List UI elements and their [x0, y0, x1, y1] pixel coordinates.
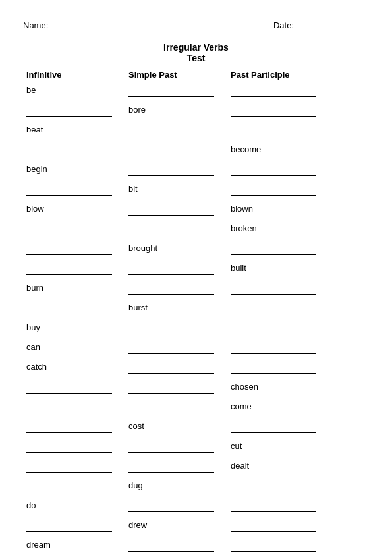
simple-past-text: bit [128, 183, 138, 195]
table-row: blowblown [23, 201, 369, 216]
verb-table: beborebeatbecomebeginbitblowblownbrokenb… [23, 82, 369, 555]
simple-past-text: burst [128, 302, 148, 314]
past-participle-text: dealt [231, 460, 249, 472]
title-section: Irregular Verbs Test [23, 42, 369, 63]
table-row: beat [23, 122, 369, 136]
table-row: begin [23, 161, 369, 176]
table-row: burn [23, 280, 369, 295]
name-label: Name: [23, 20, 48, 30]
column-headers: Infinitive Simple Past Past Participle [23, 70, 369, 80]
past-participle-text: broken [231, 223, 257, 235]
table-row: dug [23, 478, 369, 492]
simple-past-text: drew [128, 519, 147, 531]
past-participle-text: become [231, 144, 261, 156]
table-row: can [23, 339, 369, 354]
infinitive-text: beat [26, 124, 43, 136]
date-field: Date: [273, 20, 369, 30]
col-past-participle: Past Participle [231, 70, 333, 80]
infinitive-text: can [26, 341, 40, 353]
table-row: broken [23, 221, 369, 235]
table-row: cost [23, 419, 369, 433]
table-row: become [23, 142, 369, 156]
past-participle-text: cut [231, 440, 242, 452]
page-subtitle: Test [23, 53, 369, 63]
table-row: chosen [23, 379, 369, 394]
date-input[interactable] [296, 20, 369, 30]
table-row: buy [23, 320, 369, 334]
infinitive-text: buy [26, 322, 40, 334]
table-row: come [23, 399, 369, 413]
table-row: brought [23, 241, 369, 255]
infinitive-text: be [26, 84, 36, 96]
infinitive-text: burn [26, 282, 43, 294]
table-row: dealt [23, 458, 369, 473]
simple-past-text: cost [128, 421, 144, 432]
simple-past-text: brought [128, 243, 157, 254]
table-row: do [23, 498, 369, 512]
past-participle-text: come [231, 401, 252, 413]
past-participle-text: chosen [231, 381, 258, 393]
infinitive-text: blow [26, 203, 44, 215]
past-participle-text: built [231, 262, 246, 274]
table-row: dream [23, 537, 369, 552]
table-row: burst [23, 300, 369, 314]
table-row: bit [23, 181, 369, 196]
infinitive-text: begin [26, 163, 47, 175]
col-infinitive: Infinitive [26, 70, 128, 80]
table-row: cut [23, 438, 369, 453]
infinitive-text: dream [26, 539, 51, 551]
name-input[interactable] [51, 20, 136, 30]
page-title: Irregular Verbs [23, 42, 369, 53]
past-participle-text: blown [231, 203, 253, 215]
table-row: drew [23, 517, 369, 532]
infinitive-text: catch [26, 361, 47, 373]
date-label: Date: [273, 20, 294, 30]
table-row: be [23, 82, 369, 97]
infinitive-text: do [26, 500, 36, 511]
header: Name: Date: [23, 20, 369, 30]
table-row: bore [23, 102, 369, 117]
table-row: built [23, 260, 369, 275]
name-field: Name: [23, 20, 136, 30]
simple-past-text: dug [128, 480, 143, 492]
table-row: catch [23, 359, 369, 374]
col-simple-past: Simple Past [128, 70, 231, 80]
simple-past-text: bore [128, 104, 146, 116]
